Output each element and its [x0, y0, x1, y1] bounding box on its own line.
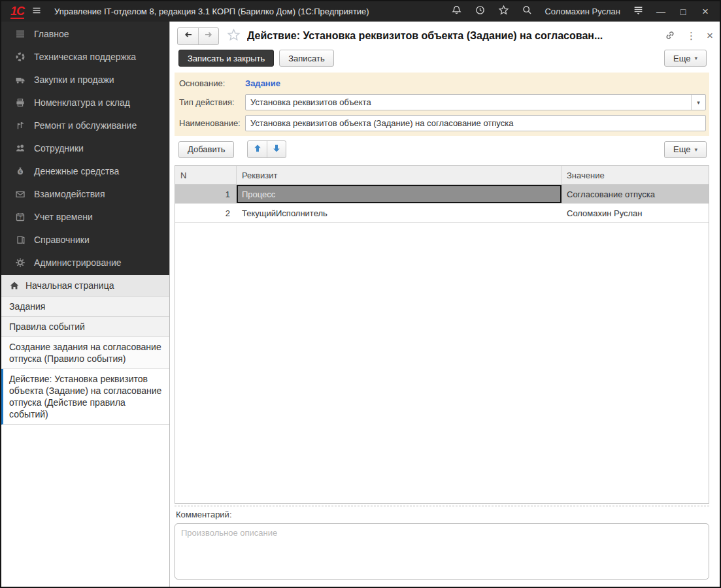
flags-icon: [14, 120, 26, 131]
lifebuoy-icon: [14, 52, 26, 62]
action-type-select[interactable]: ▾: [245, 94, 706, 110]
service-menu-icon: [633, 5, 644, 18]
favorites-button[interactable]: [494, 3, 513, 20]
chevron-down-icon: ▾: [697, 99, 700, 106]
sidebar-sections: Главное Техническая поддержка Закупки и …: [1, 22, 169, 275]
minimize-icon: —: [656, 7, 665, 17]
arrow-right-icon: [203, 29, 214, 42]
current-user[interactable]: Соломахин Руслан: [545, 7, 620, 16]
sidebar-item-label: Техническая поддержка: [34, 52, 136, 62]
close-icon: ×: [702, 5, 709, 18]
main-menu-button[interactable]: [27, 3, 46, 20]
save-and-close-button[interactable]: Записать и закрыть: [178, 50, 274, 67]
clock-icon: [475, 5, 486, 18]
sidebar-item-label: Номенклатура и склад: [34, 97, 130, 108]
action-type-input[interactable]: [246, 95, 689, 110]
move-up-button[interactable]: [248, 141, 267, 157]
tab-home-page[interactable]: Начальная страница: [1, 275, 169, 297]
table-more-button[interactable]: Еще ▾: [664, 141, 707, 158]
tab-label: Создание задания на согласование отпуска…: [9, 342, 161, 364]
calendar-icon: 7: [14, 212, 26, 222]
sidebar-item-money[interactable]: $ Денежные средства: [1, 159, 169, 182]
sidebar-item-references[interactable]: Справочники: [1, 228, 169, 251]
cell-n[interactable]: 1: [175, 185, 237, 203]
column-header-value[interactable]: Значение: [562, 166, 709, 184]
comment-label: Комментарий:: [176, 510, 232, 519]
tab-tasks[interactable]: Задания: [1, 297, 169, 317]
table-row[interactable]: 2 ТекущийИсполнитель Соломахин Руслан: [175, 204, 709, 223]
sidebar-item-tech-support[interactable]: Техническая поддержка: [1, 45, 169, 68]
table-row[interactable]: 1 Процесс Согласование отпуска: [175, 185, 709, 204]
minimize-button[interactable]: —: [652, 4, 670, 20]
tab-event-rules[interactable]: Правила событий: [1, 317, 169, 337]
arrow-up-icon: [252, 143, 263, 156]
sidebar-item-interactions[interactable]: Взаимодействия: [1, 182, 169, 205]
column-header-attribute[interactable]: Реквизит: [237, 166, 562, 184]
move-down-button[interactable]: [267, 141, 286, 157]
forward-button[interactable]: [198, 28, 218, 44]
sidebar-item-label: Главное: [34, 29, 69, 39]
dropdown-button[interactable]: ▾: [691, 95, 705, 110]
base-label: Основание:: [179, 78, 225, 88]
tab-label: Начальная страница: [25, 280, 114, 291]
sidebar-item-label: Ремонт и обслуживание: [34, 120, 137, 131]
name-field: [245, 115, 706, 131]
sidebar-item-label: Справочники: [34, 235, 90, 245]
tab-create-task-rule[interactable]: Создание задания на согласование отпуска…: [1, 337, 169, 369]
table-toolbar: Добавить Еще ▾: [178, 140, 707, 158]
cell-attribute-selected[interactable]: Процесс: [237, 185, 562, 203]
hamburger-icon: [31, 5, 42, 18]
sidebar-item-nomenclature-warehouse[interactable]: Номенклатура и склад: [1, 91, 169, 114]
history-button[interactable]: [470, 3, 490, 20]
form-header-actions: ⋮ ×: [664, 29, 713, 43]
books-icon: [14, 235, 26, 245]
arrow-left-icon: [183, 29, 193, 42]
base-value-link[interactable]: Задание: [245, 78, 280, 88]
app-window: 1С Управление IT-отделом 8, редакция 3.1…: [0, 0, 721, 588]
cell-value[interactable]: Соломахин Руслан: [562, 204, 709, 222]
maximize-icon: □: [680, 7, 686, 17]
people-icon: [14, 143, 26, 154]
money-bag-icon: $: [14, 166, 26, 176]
cell-n[interactable]: 2: [175, 204, 237, 222]
sidebar-item-employees[interactable]: Сотрудники: [1, 137, 169, 159]
close-form-button[interactable]: ×: [707, 29, 713, 42]
bell-icon: [451, 5, 462, 18]
tab-label: Действие: Установка реквизитов объекта (…: [9, 374, 161, 419]
attributes-table: N Реквизит Значение 1 Процесс Согласован…: [175, 165, 709, 504]
save-button[interactable]: Записать: [279, 50, 334, 67]
sidebar-item-label: Взаимодействия: [34, 189, 105, 199]
column-header-n[interactable]: N: [175, 166, 237, 184]
add-row-button[interactable]: Добавить: [178, 141, 234, 158]
back-button[interactable]: [178, 28, 198, 44]
favorite-toggle-button[interactable]: [227, 28, 241, 44]
sidebar-item-time-tracking[interactable]: 7 Учет времени: [1, 205, 169, 228]
more-button-label: Еще: [673, 144, 690, 154]
name-label: Наименование:: [179, 118, 241, 128]
1c-logo: 1С: [10, 5, 24, 19]
get-link-button[interactable]: [664, 29, 676, 43]
notifications-button[interactable]: [446, 3, 466, 20]
cell-attribute[interactable]: ТекущийИсполнитель: [237, 204, 562, 222]
sidebar-item-repair-service[interactable]: Ремонт и обслуживание: [1, 114, 169, 137]
tab-action-set-attributes[interactable]: Действие: Установка реквизитов объекта (…: [1, 369, 169, 425]
move-buttons-group: [247, 140, 286, 158]
search-icon: [522, 5, 533, 18]
search-button[interactable]: [517, 3, 537, 20]
name-input[interactable]: [246, 116, 705, 131]
cell-value[interactable]: Согласование отпуска: [562, 185, 709, 203]
service-menu-button[interactable]: [628, 3, 648, 20]
main-area: Действие: Установка реквизитов объекта (…: [171, 22, 720, 587]
close-window-button[interactable]: ×: [696, 4, 714, 20]
more-menu-button[interactable]: ⋮: [686, 30, 696, 42]
form-more-button[interactable]: Еще ▾: [664, 50, 707, 67]
maximize-button[interactable]: □: [674, 4, 692, 20]
sidebar-item-administration[interactable]: Администрирование: [1, 251, 169, 274]
nav-history-group: [177, 27, 219, 45]
sidebar-item-purchases-sales[interactable]: Закупки и продажи: [1, 68, 169, 91]
command-bar: Записать и закрыть Записать Еще ▾: [178, 50, 707, 67]
comment-textarea[interactable]: [175, 523, 709, 580]
menu-lines-icon: [14, 29, 26, 39]
sidebar-item-main[interactable]: Главное: [1, 22, 169, 45]
open-windows-list: Начальная страница Задания Правила событ…: [1, 275, 169, 425]
